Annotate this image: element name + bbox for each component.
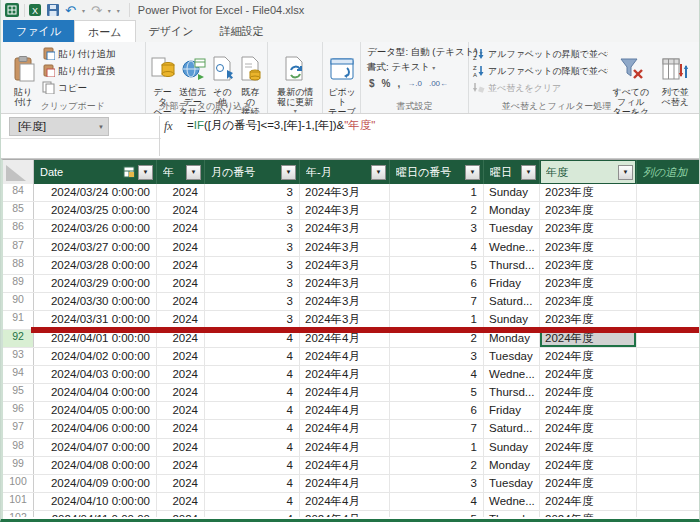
cell-date[interactable]: 2024/03/30 0:00:00	[34, 293, 157, 310]
cell-year[interactable]: 2024	[157, 420, 205, 437]
name-box-dropdown-icon[interactable]: ▼	[94, 124, 108, 130]
cell-date[interactable]: 2024/04/04 0:00:00	[34, 384, 157, 401]
increase-decimal-button[interactable]: →.0	[407, 79, 422, 88]
cell-add-column[interactable]	[637, 184, 699, 201]
cell-fiscal-year[interactable]: 2023年度	[540, 239, 637, 256]
row-number[interactable]: 91	[3, 311, 34, 328]
filter-icon[interactable]: ▼	[521, 165, 536, 180]
cell-year[interactable]: 2024	[157, 475, 205, 492]
cell-year[interactable]: 2024	[157, 293, 205, 310]
cell-weekday-number[interactable]: 6	[390, 402, 484, 419]
cell-month-number[interactable]: 3	[205, 220, 300, 237]
tab-home[interactable]: ホーム	[74, 20, 136, 42]
save-icon[interactable]	[47, 4, 59, 16]
cell-fiscal-year[interactable]: 2024年度	[540, 366, 637, 383]
tab-file[interactable]: ファイル	[3, 20, 74, 42]
cell-weekday-number[interactable]: 2	[390, 202, 484, 219]
cell-month-number[interactable]: 4	[205, 366, 300, 383]
cell-month-number[interactable]: 3	[205, 184, 300, 201]
cell-weekday[interactable]: Monday	[484, 202, 540, 219]
cell-weekday[interactable]: Tuesday	[484, 348, 540, 365]
cell-month-number[interactable]: 3	[205, 257, 300, 274]
cell-year[interactable]: 2024	[157, 493, 205, 510]
row-number[interactable]: 98	[3, 439, 34, 456]
sort-descending-button[interactable]: ZA アルファベットの降順で並べ替え	[472, 64, 608, 79]
cell-weekday-number[interactable]: 1	[390, 184, 484, 201]
cell-date[interactable]: 2024/04/07 0:00:00	[34, 439, 157, 456]
cell-weekday-number[interactable]: 4	[390, 366, 484, 383]
cell-weekday[interactable]: Thursd...	[484, 257, 540, 274]
cell-add-column[interactable]	[637, 457, 699, 474]
cell-weekday-number[interactable]: 4	[390, 493, 484, 510]
cell-date[interactable]: 2024/03/25 0:00:00	[34, 202, 157, 219]
excel-icon[interactable]: X	[29, 4, 41, 16]
cell-weekday[interactable]: Sunday	[484, 439, 540, 456]
format-dropdown[interactable]: 書式: テキスト▾	[367, 60, 435, 75]
refresh-button[interactable]: 最新の情 報に更新 ▾	[271, 45, 319, 115]
cell-fiscal-year[interactable]: 2023年度	[540, 293, 637, 310]
cell-date[interactable]: 2024/04/06 0:00:00	[34, 420, 157, 437]
cell-year-month[interactable]: 2024年4月	[300, 439, 390, 456]
row-number[interactable]: 92	[3, 330, 34, 347]
cell-year[interactable]: 2024	[157, 311, 205, 328]
row-number[interactable]: 85	[3, 202, 34, 219]
copy-button[interactable]: コピー	[42, 81, 115, 96]
cell-weekday[interactable]: Monday	[484, 457, 540, 474]
row-number[interactable]: 87	[3, 239, 34, 256]
cell-add-column[interactable]	[637, 366, 699, 383]
cell-date[interactable]: 2024/03/29 0:00:00	[34, 275, 157, 292]
cell-add-column[interactable]	[637, 475, 699, 492]
column-header-weekday-number[interactable]: 曜日の番号 ▼	[390, 160, 484, 184]
cell-month-number[interactable]: 4	[205, 439, 300, 456]
thousands-format-button[interactable]: ,	[397, 78, 400, 89]
cell-weekday-number[interactable]: 3	[390, 220, 484, 237]
powerpivot-app-icon[interactable]	[5, 3, 19, 17]
cell-date[interactable]: 2024/04/02 0:00:00	[34, 348, 157, 365]
cell-weekday-number[interactable]: 3	[390, 475, 484, 492]
cell-fiscal-year[interactable]: 2023年度	[540, 202, 637, 219]
cell-year-month[interactable]: 2024年3月	[300, 257, 390, 274]
cell-weekday-number[interactable]: 5	[390, 257, 484, 274]
cell-weekday[interactable]: Thursd...	[484, 511, 540, 517]
cell-fiscal-year[interactable]: 2023年度	[540, 184, 637, 201]
cell-weekday[interactable]: Saturd...	[484, 293, 540, 310]
qat-customize-icon[interactable]: ▾	[117, 7, 120, 14]
row-number[interactable]: 99	[3, 457, 34, 474]
cell-weekday[interactable]: Saturd...	[484, 420, 540, 437]
row-number[interactable]: 102	[3, 511, 34, 517]
decrease-decimal-button[interactable]: .00←	[429, 79, 448, 88]
cell-weekday[interactable]: Sunday	[484, 184, 540, 201]
cell-add-column[interactable]	[637, 402, 699, 419]
cell-year-month[interactable]: 2024年4月	[300, 493, 390, 510]
column-header-weekday[interactable]: 曜日 ▼	[484, 160, 540, 184]
tab-design[interactable]: デザイン	[136, 20, 207, 42]
cell-month-number[interactable]: 3	[205, 275, 300, 292]
cell-date[interactable]: 2024/03/24 0:00:00	[34, 184, 157, 201]
cell-year-month[interactable]: 2024年4月	[300, 420, 390, 437]
cell-month-number[interactable]: 4	[205, 511, 300, 517]
filter-icon[interactable]: ▼	[281, 165, 296, 180]
column-header-date[interactable]: Date ▼	[34, 160, 157, 184]
cell-weekday[interactable]: Friday	[484, 402, 540, 419]
row-number[interactable]: 88	[3, 257, 34, 274]
cell-fiscal-year[interactable]: 2024年度	[540, 402, 637, 419]
cell-weekday[interactable]: Sunday	[484, 311, 540, 328]
cell-add-column[interactable]	[637, 511, 699, 517]
cell-weekday-number[interactable]: 5	[390, 511, 484, 517]
cell-weekday-number[interactable]: 6	[390, 275, 484, 292]
cell-weekday-number[interactable]: 1	[390, 439, 484, 456]
cell-add-column[interactable]	[637, 384, 699, 401]
cell-add-column[interactable]	[637, 311, 699, 328]
row-number[interactable]: 94	[3, 366, 34, 383]
filter-icon[interactable]: ▼	[618, 165, 633, 180]
cell-year-month[interactable]: 2024年3月	[300, 220, 390, 237]
cell-fiscal-year[interactable]: 2024年度	[540, 493, 637, 510]
cell-weekday[interactable]: Wedne...	[484, 366, 540, 383]
paste-button[interactable]: 貼り 付け	[4, 45, 42, 108]
cell-weekday[interactable]: Wedne...	[484, 239, 540, 256]
data-type-dropdown[interactable]: データ型: 自動 (テキスト)▾	[367, 45, 483, 60]
row-number[interactable]: 93	[3, 348, 34, 365]
cell-add-column[interactable]	[637, 348, 699, 365]
row-number[interactable]: 101	[3, 493, 34, 510]
cell-date[interactable]: 2024/04/05 0:00:00	[34, 402, 157, 419]
